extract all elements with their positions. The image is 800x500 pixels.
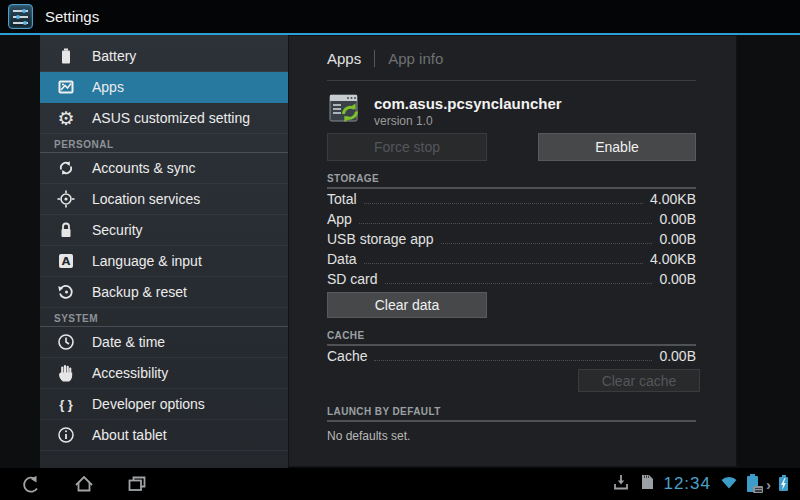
sidebar-item-label: Apps bbox=[92, 79, 124, 95]
app-version: version 1.0 bbox=[374, 114, 562, 128]
hand-icon bbox=[54, 361, 78, 385]
app-action-buttons: Force stop Enable bbox=[327, 133, 696, 161]
breadcrumb-app-info: App info bbox=[388, 50, 443, 67]
sidebar-item-label: Security bbox=[92, 222, 143, 238]
enable-button[interactable]: Enable bbox=[538, 133, 696, 161]
wifi-icon bbox=[719, 473, 739, 495]
sidebar-item-location-services[interactable]: Location services bbox=[40, 184, 288, 215]
storage-row-label: App bbox=[327, 211, 352, 227]
sidebar-item-label: Accounts & sync bbox=[92, 160, 196, 176]
sidebar-item-label: Backup & reset bbox=[92, 284, 187, 300]
info-icon bbox=[54, 423, 78, 447]
storage-row-total: Total 4.00KB bbox=[327, 189, 696, 209]
system-navigation-bar: 12:34 › bbox=[0, 468, 800, 500]
cache-section-header: CACHE bbox=[327, 330, 696, 346]
sidebar-section-personal: PERSONAL bbox=[40, 134, 288, 153]
usb-tray-icon bbox=[611, 472, 631, 496]
dock-battery-charging-icon bbox=[779, 477, 788, 491]
clock-time: 12:34 bbox=[663, 474, 711, 494]
storage-row-value: 4.00KB bbox=[650, 191, 696, 207]
cache-row: Cache 0.00B bbox=[327, 346, 696, 366]
storage-row-usb: USB storage app 0.00B bbox=[327, 229, 696, 249]
sidebar-item-label: About tablet bbox=[92, 427, 167, 443]
page-title: Settings bbox=[45, 8, 99, 25]
gear-icon: ⚙ bbox=[54, 106, 78, 130]
chevron-right-icon: › bbox=[766, 477, 771, 492]
sidebar-item-label: Language & input bbox=[92, 253, 202, 269]
dock-indicator-icon bbox=[753, 486, 763, 493]
app-info-panel: Apps App info com.asus.pcsynclauncher ve… bbox=[288, 35, 737, 467]
sidebar-item-apps[interactable]: Apps bbox=[40, 72, 288, 103]
sidebar-item-backup-reset[interactable]: Backup & reset bbox=[40, 277, 288, 308]
apps-icon bbox=[54, 75, 78, 99]
sd-card-icon bbox=[639, 472, 655, 496]
sync-icon bbox=[54, 156, 78, 180]
launch-section-header: LAUNCH BY DEFAULT bbox=[327, 406, 696, 422]
breadcrumb: Apps App info bbox=[327, 36, 696, 81]
sidebar-item-security[interactable]: Security bbox=[40, 215, 288, 246]
sidebar-item-accessibility[interactable]: Accessibility bbox=[40, 358, 288, 389]
sidebar-item-label: Developer options bbox=[92, 396, 205, 412]
app-header-row: com.asus.pcsynclauncher version 1.0 bbox=[327, 92, 696, 130]
braces-icon: { } bbox=[54, 392, 78, 416]
dotted-leader bbox=[385, 283, 653, 284]
location-icon bbox=[54, 187, 78, 211]
storage-section-header: STORAGE bbox=[327, 173, 696, 189]
storage-row-app: App 0.00B bbox=[327, 209, 696, 229]
sidebar-item-battery[interactable]: Battery bbox=[40, 41, 288, 72]
dotted-leader bbox=[441, 243, 653, 244]
dotted-leader bbox=[364, 263, 643, 264]
sidebar-section-system: SYSTEM bbox=[40, 308, 288, 327]
dotted-leader bbox=[359, 223, 652, 224]
force-stop-button[interactable]: Force stop bbox=[327, 133, 487, 161]
storage-row-value: 4.00KB bbox=[650, 251, 696, 267]
storage-row-data: Data 4.00KB bbox=[327, 249, 696, 269]
sidebar-item-language-input[interactable]: A Language & input bbox=[40, 246, 288, 277]
settings-nav-list: Battery Apps ⚙ ASUS customized setting P… bbox=[40, 35, 288, 468]
language-icon: A bbox=[54, 249, 78, 273]
storage-row-sdcard: SD card 0.00B bbox=[327, 269, 696, 289]
top-action-bar: Settings bbox=[0, 0, 800, 33]
battery-icon bbox=[54, 44, 78, 68]
settings-app-icon bbox=[8, 4, 33, 29]
clear-cache-button[interactable]: Clear cache bbox=[578, 369, 700, 392]
breadcrumb-apps[interactable]: Apps bbox=[327, 50, 361, 67]
sidebar-item-label: Location services bbox=[92, 191, 200, 207]
storage-row-label: Data bbox=[327, 251, 357, 267]
back-button[interactable] bbox=[18, 472, 44, 496]
sidebar-item-date-time[interactable]: Date & time bbox=[40, 327, 288, 358]
storage-row-label: USB storage app bbox=[327, 231, 434, 247]
battery-status-icon bbox=[747, 476, 758, 492]
sidebar-item-label: Battery bbox=[92, 48, 136, 64]
launch-default-status: No defaults set. bbox=[327, 429, 696, 443]
status-tray[interactable]: 12:34 › bbox=[611, 468, 788, 500]
clock-icon bbox=[54, 330, 78, 354]
sidebar-item-label: Accessibility bbox=[92, 365, 168, 381]
breadcrumb-separator bbox=[374, 50, 375, 67]
recent-apps-button[interactable] bbox=[124, 472, 150, 496]
sidebar-item-about-tablet[interactable]: About tablet bbox=[40, 420, 288, 451]
cache-row-label: Cache bbox=[327, 348, 367, 364]
app-icon bbox=[327, 90, 365, 132]
dotted-leader bbox=[374, 360, 652, 361]
sidebar-item-label: Date & time bbox=[92, 334, 165, 350]
storage-row-label: Total bbox=[327, 191, 357, 207]
home-button[interactable] bbox=[71, 472, 97, 496]
sidebar-item-accounts-sync[interactable]: Accounts & sync bbox=[40, 153, 288, 184]
cache-row-value: 0.00B bbox=[659, 348, 696, 364]
sidebar-item-developer-options[interactable]: { } Developer options bbox=[40, 389, 288, 420]
lock-icon bbox=[54, 218, 78, 242]
storage-row-value: 0.00B bbox=[659, 271, 696, 287]
storage-row-label: SD card bbox=[327, 271, 378, 287]
dotted-leader bbox=[364, 203, 643, 204]
sidebar-item-label: ASUS customized setting bbox=[92, 110, 250, 126]
svg-text:A: A bbox=[62, 255, 71, 268]
backup-icon bbox=[54, 280, 78, 304]
app-package-name: com.asus.pcsynclauncher bbox=[374, 95, 562, 112]
storage-row-value: 0.00B bbox=[659, 211, 696, 227]
sidebar-item-asus-customized-setting[interactable]: ⚙ ASUS customized setting bbox=[40, 103, 288, 134]
storage-row-value: 0.00B bbox=[659, 231, 696, 247]
clear-data-button[interactable]: Clear data bbox=[327, 292, 487, 318]
